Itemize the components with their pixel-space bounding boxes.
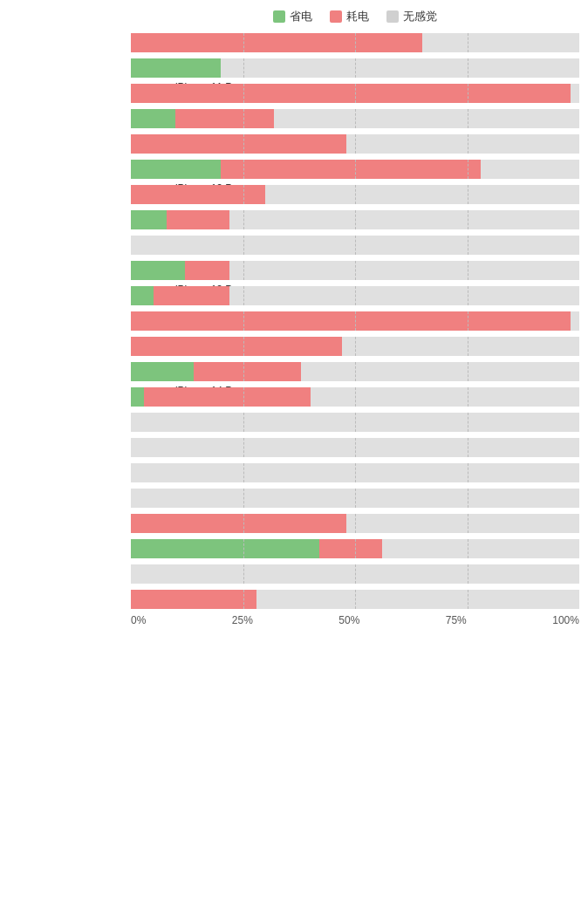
grid-line bbox=[468, 514, 468, 533]
grid-line bbox=[468, 337, 468, 356]
grid-line bbox=[355, 463, 356, 482]
bar-track bbox=[131, 463, 579, 482]
bar-track bbox=[131, 33, 579, 52]
bar-segment-pink bbox=[131, 84, 571, 103]
x-label-75: 75% bbox=[446, 614, 467, 626]
bar-segment-pink bbox=[131, 337, 342, 356]
grid-line bbox=[243, 210, 244, 229]
grid-line bbox=[468, 58, 468, 78]
bar-row: iPhone 12 Pro bbox=[131, 158, 579, 181]
grid-line bbox=[468, 286, 468, 305]
legend: 省电 耗电 无感觉 bbox=[9, 9, 579, 24]
bar-segment-pink bbox=[167, 210, 229, 229]
grid-line bbox=[243, 160, 244, 179]
grid-line bbox=[355, 337, 356, 356]
grid-line bbox=[468, 539, 468, 558]
grid-line bbox=[468, 387, 468, 407]
bar-track bbox=[131, 362, 579, 381]
x-label-100: 100% bbox=[552, 614, 579, 626]
bar-track bbox=[131, 261, 579, 280]
bar-segment-green bbox=[131, 387, 144, 407]
legend-dot-pink bbox=[330, 10, 342, 23]
bar-segment-green bbox=[131, 58, 221, 78]
grid-line bbox=[468, 33, 468, 52]
bar-row: iPhone 8 bbox=[131, 411, 579, 434]
grid-line bbox=[468, 413, 468, 432]
bar-segment-green bbox=[131, 286, 154, 305]
bar-row: iPhone 13 bbox=[131, 209, 579, 231]
grid-line bbox=[243, 236, 244, 255]
bar-row: iPhone 12 ProMax bbox=[131, 183, 579, 206]
bar-row: iPhone 14 bbox=[131, 310, 579, 332]
bar-row: iPhone 12 mini bbox=[131, 133, 579, 155]
legend-label-pink: 耗电 bbox=[346, 9, 369, 24]
grid-line bbox=[355, 84, 356, 103]
grid-line bbox=[243, 311, 244, 331]
bar-row: iPhone 13 Pro bbox=[131, 259, 579, 282]
grid-line bbox=[355, 564, 356, 584]
grid-line bbox=[468, 463, 468, 482]
bar-segment-pink bbox=[131, 185, 265, 204]
grid-line bbox=[355, 413, 356, 432]
grid-line bbox=[355, 362, 356, 381]
bar-segment-pink bbox=[131, 33, 422, 52]
bar-track bbox=[131, 311, 579, 331]
grid-line bbox=[243, 438, 244, 457]
grid-line bbox=[243, 413, 244, 432]
bar-track bbox=[131, 489, 579, 508]
grid-line bbox=[243, 514, 244, 533]
bar-track bbox=[131, 337, 579, 356]
grid-line bbox=[355, 438, 356, 457]
bar-segment-pink bbox=[131, 514, 346, 533]
grid-line bbox=[243, 185, 244, 204]
grid-line bbox=[468, 564, 468, 584]
x-label-0: 0% bbox=[131, 614, 146, 626]
grid-line bbox=[468, 362, 468, 381]
grid-line bbox=[355, 134, 356, 154]
bar-row: iPhone X bbox=[131, 512, 579, 535]
grid-line bbox=[355, 489, 356, 508]
bar-track bbox=[131, 286, 579, 305]
bar-track bbox=[131, 210, 579, 229]
bar-row: iPhone 12 bbox=[131, 107, 579, 130]
legend-label-green: 省电 bbox=[290, 9, 312, 24]
bar-segment-pink bbox=[194, 362, 301, 381]
x-label-25: 25% bbox=[232, 614, 253, 626]
grid-line bbox=[355, 514, 356, 533]
grid-line bbox=[468, 84, 468, 103]
grid-line bbox=[243, 261, 244, 280]
grid-line bbox=[468, 590, 468, 609]
grid-line bbox=[243, 362, 244, 381]
bar-segment-green bbox=[131, 109, 175, 128]
grid-line bbox=[355, 185, 356, 204]
legend-dot-green bbox=[273, 10, 285, 23]
grid-line bbox=[355, 311, 356, 331]
bar-segment-green bbox=[131, 210, 167, 229]
bar-segment-green bbox=[131, 362, 194, 381]
grid-line bbox=[468, 261, 468, 280]
grid-line bbox=[355, 58, 356, 78]
grid-line bbox=[243, 337, 244, 356]
bar-row: iPhone 11 Pro bbox=[131, 57, 579, 79]
grid-line bbox=[243, 489, 244, 508]
bar-row: iPhone 14 Pro bbox=[131, 360, 579, 383]
x-label-50: 50% bbox=[338, 614, 359, 626]
grid-line bbox=[243, 387, 244, 407]
bar-row: iPhone 13 mini bbox=[131, 234, 579, 256]
grid-line bbox=[468, 109, 468, 128]
grid-line bbox=[355, 590, 356, 609]
grid-line bbox=[468, 438, 468, 457]
bar-segment-pink bbox=[319, 539, 382, 558]
grid-line bbox=[355, 236, 356, 255]
bar-segment-pink bbox=[185, 261, 229, 280]
bar-row: iPhone SE 第2代 bbox=[131, 462, 579, 484]
bar-row: iPhone 13 ProMax bbox=[131, 284, 579, 307]
bar-track bbox=[131, 539, 579, 558]
grid-line bbox=[243, 58, 244, 78]
grid-line bbox=[355, 33, 356, 52]
bar-track bbox=[131, 134, 579, 154]
legend-item-green: 省电 bbox=[273, 9, 312, 24]
grid-line bbox=[468, 210, 468, 229]
bar-segment-pink bbox=[144, 387, 310, 407]
grid-line bbox=[243, 286, 244, 305]
